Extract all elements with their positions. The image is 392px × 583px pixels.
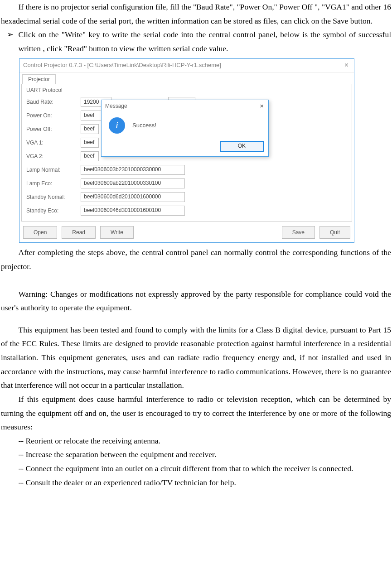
- dialog-titlebar: Message ×: [102, 100, 268, 113]
- vga2-input[interactable]: beef: [81, 151, 99, 161]
- paragraph-fcc-2: If this equipment does cause harmful int…: [1, 392, 391, 434]
- close-icon[interactable]: ×: [344, 61, 348, 69]
- measure-4: -- Consult the dealer or an experienced …: [1, 476, 391, 490]
- standby-eco-label: Standby Eco:: [26, 207, 81, 214]
- measure-2: -- Increase the separation between the e…: [1, 448, 391, 462]
- standby-normal-label: Standby Nomal:: [26, 194, 81, 200]
- section-title: UART Protocol: [26, 87, 347, 93]
- write-button[interactable]: Write: [100, 226, 134, 239]
- window-title: Control Projector 0.7.3 - [C:\Users\Time…: [23, 62, 221, 69]
- bullet-item: ➢ Click on the "Write" key to write the …: [1, 28, 391, 55]
- titlebar: Control Projector 0.7.3 - [C:\Users\Time…: [19, 59, 354, 72]
- dialog-title: Message: [105, 103, 127, 109]
- save-button[interactable]: Save: [282, 226, 315, 239]
- lamp-eco-label: Lamp Eco:: [26, 180, 81, 187]
- measure-3: -- Connect the equipment into an outlet …: [1, 462, 391, 476]
- info-icon: i: [109, 117, 125, 134]
- paragraph-after-image: After completing the steps above, the ce…: [1, 246, 391, 273]
- vga1-input[interactable]: beef: [81, 138, 99, 148]
- close-icon[interactable]: ×: [260, 102, 264, 110]
- message-dialog: Message × i Success! OK: [101, 100, 269, 157]
- lamp-normal-input[interactable]: beef0306003b23010000330000: [81, 165, 185, 175]
- lamp-eco-input[interactable]: beef030600ab22010000330100: [81, 178, 185, 188]
- paragraph-warning: Warning: Changes or modifications not ex…: [1, 287, 391, 315]
- bullet-text: Click on the "Write" key to write the se…: [19, 28, 392, 55]
- tab-row: Projector: [19, 72, 354, 84]
- ok-button[interactable]: OK: [220, 141, 264, 152]
- paragraph-intro: If there is no projector serial configur…: [1, 0, 391, 28]
- lamp-normal-label: Lamp Normal:: [26, 167, 81, 173]
- power-on-label: Power On:: [26, 112, 81, 119]
- measure-1: -- Reorient or relocate the receiving an…: [1, 434, 391, 448]
- vga1-label: VGA 1:: [26, 140, 81, 146]
- standby-normal-input[interactable]: beef030600d6d2010001600000: [81, 192, 185, 202]
- quit-button[interactable]: Quit: [319, 226, 350, 239]
- read-button[interactable]: Read: [62, 226, 96, 239]
- dialog-message: Success!: [132, 122, 156, 129]
- baud-rate-label: Baud Rate:: [26, 99, 81, 105]
- power-off-label: Power Off:: [26, 126, 81, 132]
- power-off-input[interactable]: beef: [81, 124, 99, 134]
- paragraph-fcc-1: This equipment has been tested and found…: [1, 323, 391, 392]
- bullet-marker: ➢: [1, 28, 19, 55]
- standby-eco-input[interactable]: beef03060046d3010001600100: [81, 206, 185, 216]
- button-bar: Open Read Write Save Quit: [19, 223, 354, 242]
- open-button[interactable]: Open: [23, 226, 57, 239]
- app-window: Control Projector 0.7.3 - [C:\Users\Time…: [19, 58, 354, 243]
- vga2-label: VGA 2:: [26, 153, 81, 159]
- tab-projector[interactable]: Projector: [22, 74, 56, 84]
- baud-rate-value: 19200: [84, 99, 99, 105]
